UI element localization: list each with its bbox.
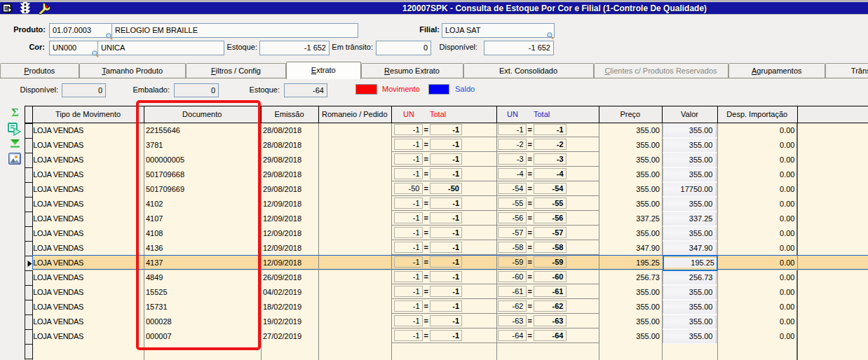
svg-text:Σ: Σ [11, 107, 18, 118]
